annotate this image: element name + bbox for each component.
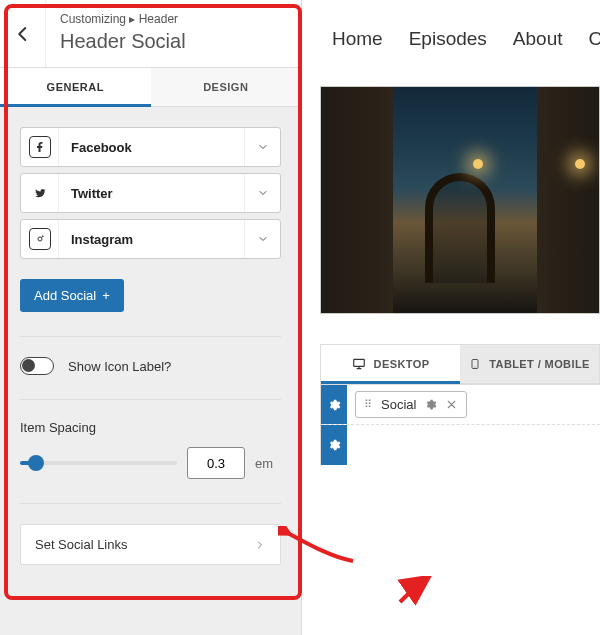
show-icon-label-row: Show Icon Label? (20, 357, 281, 375)
divider (20, 399, 281, 400)
sidebar-title-wrap: Customizing ▸ Header Header Social (46, 0, 200, 67)
nav-link[interactable]: Episodes (409, 28, 487, 50)
tab-desktop-label: DESKTOP (374, 358, 430, 370)
divider (20, 336, 281, 337)
breadcrumb: Customizing ▸ Header (60, 12, 186, 26)
page-title: Header Social (60, 30, 186, 53)
tab-tablet-mobile[interactable]: TABLET / MOBILE (460, 345, 599, 384)
plus-icon: + (102, 288, 110, 303)
svg-rect-2 (353, 359, 364, 366)
tablet-icon (469, 357, 481, 371)
preview-pane: Home Episodes About C DESKTOP TABLET / M… (302, 0, 600, 635)
close-icon[interactable] (445, 398, 458, 411)
divider (20, 503, 281, 504)
show-icon-label-toggle[interactable] (20, 357, 54, 375)
chevron-right-icon (254, 539, 266, 551)
social-dropdown-toggle[interactable] (244, 128, 280, 166)
social-item-twitter[interactable]: Twitter (20, 173, 281, 213)
tab-tablet-label: TABLET / MOBILE (489, 358, 590, 370)
item-spacing-input[interactable] (187, 447, 245, 479)
item-spacing-label: Item Spacing (20, 420, 281, 435)
nav-link[interactable]: Home (332, 28, 383, 50)
header-builder: ⠿ Social (320, 385, 600, 465)
tab-desktop[interactable]: DESKTOP (321, 345, 460, 384)
device-tabs: DESKTOP TABLET / MOBILE (320, 344, 600, 385)
add-social-button[interactable]: Add Social + (20, 279, 124, 312)
facebook-icon (21, 128, 59, 166)
social-item-instagram[interactable]: Instagram (20, 219, 281, 259)
show-icon-label-text: Show Icon Label? (68, 359, 171, 374)
item-spacing-unit: em (255, 456, 281, 471)
social-label: Instagram (59, 232, 244, 247)
sidebar-tabs: GENERAL DESIGN (0, 68, 301, 107)
item-spacing-control: em (20, 447, 281, 479)
social-dropdown-toggle[interactable] (244, 220, 280, 258)
svg-point-4 (475, 367, 476, 368)
chip-label: Social (381, 397, 416, 412)
customizer-sidebar: Customizing ▸ Header Header Social GENER… (0, 0, 302, 635)
tab-general[interactable]: GENERAL (0, 68, 151, 107)
social-item-facebook[interactable]: Facebook (20, 127, 281, 167)
back-button[interactable] (0, 0, 46, 67)
drag-handle-icon[interactable]: ⠿ (364, 398, 373, 411)
builder-chip-social[interactable]: ⠿ Social (355, 391, 467, 418)
slider-thumb[interactable] (28, 455, 44, 471)
add-social-label: Add Social (34, 288, 96, 303)
builder-row[interactable] (321, 425, 600, 465)
social-label: Twitter (59, 186, 244, 201)
set-social-links-label: Set Social Links (35, 537, 128, 552)
gear-icon[interactable] (424, 398, 437, 411)
set-social-links-button[interactable]: Set Social Links (20, 524, 281, 565)
svg-point-1 (42, 236, 43, 237)
site-nav: Home Episodes About C (302, 0, 600, 86)
desktop-icon (352, 357, 366, 371)
nav-link[interactable]: C (589, 28, 600, 50)
instagram-icon (21, 220, 59, 258)
social-label: Facebook (59, 140, 244, 155)
row-settings-button[interactable] (321, 425, 347, 465)
twitter-icon (21, 174, 59, 212)
row-settings-button[interactable] (321, 385, 347, 424)
nav-link[interactable]: About (513, 28, 563, 50)
sidebar-header: Customizing ▸ Header Header Social (0, 0, 301, 68)
tab-design[interactable]: DESIGN (151, 68, 302, 107)
sidebar-body: Facebook Twitter Instagram Add Soc (0, 107, 301, 585)
item-spacing-slider[interactable] (20, 461, 177, 465)
svg-point-0 (38, 237, 42, 241)
social-dropdown-toggle[interactable] (244, 174, 280, 212)
builder-row[interactable]: ⠿ Social (321, 385, 600, 425)
hero-image (320, 86, 600, 314)
